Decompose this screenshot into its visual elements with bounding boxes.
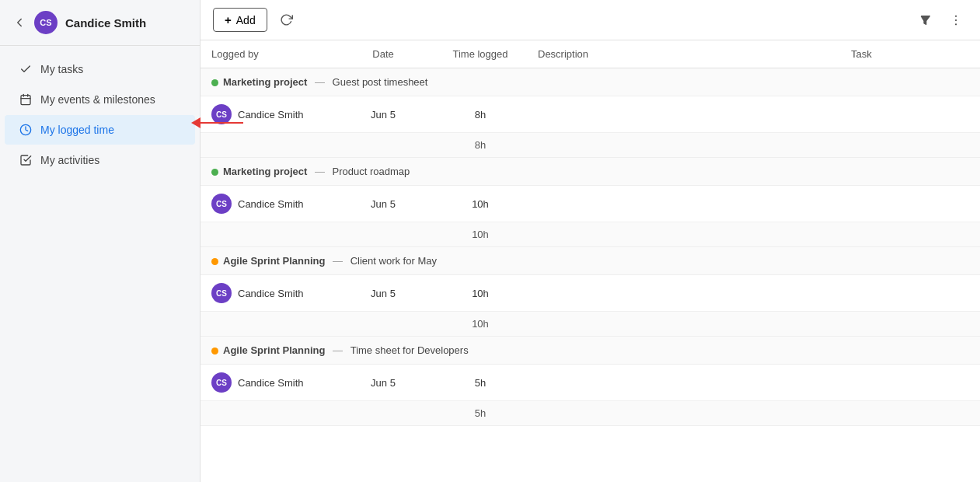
sidebar-item-my-events[interactable]: My events & milestones bbox=[5, 85, 195, 114]
subtotal-time: 10h bbox=[434, 222, 527, 247]
cell-description bbox=[527, 365, 840, 401]
cell-logged-by: CS Candice Smith bbox=[201, 365, 333, 401]
subtotal-time: 5h bbox=[434, 401, 527, 426]
user-name: Candice Smith bbox=[238, 109, 304, 120]
subtotal-desc bbox=[527, 222, 840, 247]
col-header-time-logged: Time logged bbox=[434, 40, 527, 68]
user-avatar: CS bbox=[211, 372, 232, 393]
sidebar-item-label: My events & milestones bbox=[40, 93, 155, 106]
col-header-description: Description bbox=[527, 40, 840, 68]
subtotal-task bbox=[840, 312, 980, 337]
user-avatar: CS bbox=[211, 104, 232, 124]
table-row: CS Candice Smith Jun 5 5h bbox=[201, 365, 980, 401]
subtotal-time: 10h bbox=[434, 312, 527, 337]
clock-icon bbox=[19, 123, 33, 137]
subtotal-time: 8h bbox=[434, 133, 527, 158]
cell-logged-by: CS Candice Smith bbox=[201, 275, 333, 312]
user-name: Candice Smith bbox=[238, 288, 304, 299]
cell-logged-by: CS Candice Smith bbox=[201, 96, 333, 133]
subtotal-date bbox=[333, 222, 434, 247]
sidebar-title: Candice Smith bbox=[65, 16, 146, 30]
cell-task bbox=[840, 186, 980, 222]
table-row: CS Candice Smith Jun 5 8h bbox=[201, 96, 980, 133]
check-icon bbox=[19, 62, 33, 76]
subtotal-date bbox=[333, 401, 434, 426]
subtotal-desc bbox=[527, 133, 840, 158]
add-label: Add bbox=[236, 14, 256, 26]
svg-point-7 bbox=[955, 23, 957, 25]
group-header-row: Agile Sprint Planning — Client work for … bbox=[201, 247, 980, 275]
cell-time-logged: 10h bbox=[434, 186, 527, 222]
group-header-row: Marketing project — Guest post timesheet bbox=[201, 68, 980, 96]
time-log-table-container: Logged by Date Time logged Description T… bbox=[201, 40, 980, 482]
sidebar-item-my-tasks[interactable]: My tasks bbox=[5, 54, 195, 84]
cell-task bbox=[840, 96, 980, 133]
user-avatar: CS bbox=[211, 283, 232, 303]
col-header-task: Task bbox=[840, 40, 980, 68]
cell-date: Jun 5 bbox=[333, 275, 434, 312]
sidebar: CS Candice Smith My tasks My event bbox=[0, 0, 201, 482]
subtotal-date bbox=[333, 312, 434, 337]
cell-task bbox=[840, 365, 980, 401]
subtotal-row: 10h bbox=[201, 312, 980, 337]
sidebar-item-my-activities[interactable]: My activities bbox=[5, 145, 195, 175]
cell-time-logged: 10h bbox=[434, 275, 527, 312]
svg-point-5 bbox=[955, 15, 957, 16]
sidebar-item-label: My activities bbox=[40, 154, 99, 166]
time-log-table: Logged by Date Time logged Description T… bbox=[201, 40, 980, 426]
cell-date: Jun 5 bbox=[333, 96, 434, 133]
cell-time-logged: 8h bbox=[434, 96, 527, 133]
table-row: CS Candice Smith Jun 5 10h bbox=[201, 186, 980, 222]
cell-date: Jun 5 bbox=[333, 365, 434, 401]
subtotal-label bbox=[201, 133, 333, 158]
user-name: Candice Smith bbox=[238, 377, 304, 389]
cell-date: Jun 5 bbox=[333, 186, 434, 222]
table-header-row: Logged by Date Time logged Description T… bbox=[201, 40, 980, 68]
group-header-row: Agile Sprint Planning — Time sheet for D… bbox=[201, 337, 980, 365]
sidebar-avatar: CS bbox=[34, 11, 58, 34]
add-button[interactable]: + Add bbox=[213, 8, 267, 32]
subtotal-task bbox=[840, 133, 980, 158]
calendar-icon bbox=[19, 93, 33, 107]
cell-description bbox=[527, 275, 840, 312]
sidebar-header: CS Candice Smith bbox=[0, 0, 200, 46]
col-header-logged-by: Logged by bbox=[201, 40, 333, 68]
subtotal-label bbox=[201, 222, 333, 247]
table-row: CS Candice Smith Jun 5 10h bbox=[201, 275, 980, 312]
back-button[interactable] bbox=[12, 16, 26, 30]
cell-task bbox=[840, 275, 980, 312]
subtotal-label bbox=[201, 312, 333, 337]
subtotal-row: 5h bbox=[201, 401, 980, 426]
subtotal-desc bbox=[527, 401, 840, 426]
sidebar-item-my-logged-time[interactable]: My logged time bbox=[5, 115, 195, 145]
svg-rect-0 bbox=[21, 96, 30, 105]
main-content: + Add Logg bbox=[201, 0, 980, 482]
cell-description bbox=[527, 186, 840, 222]
filter-button[interactable] bbox=[915, 11, 936, 30]
more-options-button[interactable] bbox=[944, 10, 968, 30]
subtotal-task bbox=[840, 222, 980, 247]
toolbar-right-actions bbox=[915, 10, 968, 30]
sidebar-item-label: My logged time bbox=[40, 124, 114, 136]
svg-point-6 bbox=[955, 19, 957, 20]
col-header-date: Date bbox=[333, 40, 434, 68]
subtotal-date bbox=[333, 133, 434, 158]
sidebar-navigation: My tasks My events & milestones bbox=[0, 46, 200, 183]
subtotal-desc bbox=[527, 312, 840, 337]
cell-description bbox=[527, 96, 840, 133]
check-circle-icon bbox=[19, 153, 33, 167]
subtotal-row: 10h bbox=[201, 222, 980, 247]
group-header-row: Marketing project — Product roadmap bbox=[201, 158, 980, 186]
plus-icon: + bbox=[225, 13, 232, 26]
subtotal-row: 8h bbox=[201, 133, 980, 158]
sidebar-item-label: My tasks bbox=[40, 63, 83, 75]
user-name: Candice Smith bbox=[238, 198, 304, 210]
subtotal-task bbox=[840, 401, 980, 426]
cell-time-logged: 5h bbox=[434, 365, 527, 401]
refresh-button[interactable] bbox=[275, 9, 298, 31]
user-avatar: CS bbox=[211, 194, 232, 214]
cell-logged-by: CS Candice Smith bbox=[201, 186, 333, 222]
subtotal-label bbox=[201, 401, 333, 426]
main-toolbar: + Add bbox=[201, 0, 980, 40]
